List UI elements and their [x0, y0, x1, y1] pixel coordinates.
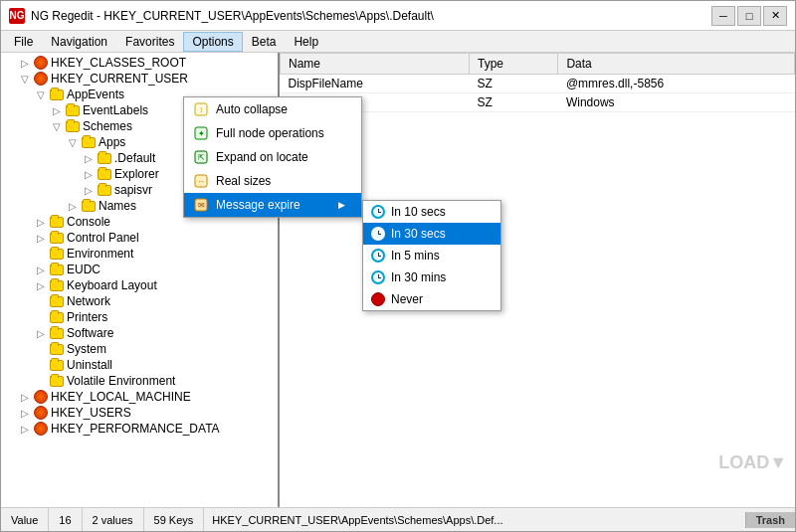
tree-label: Control Panel: [67, 231, 139, 245]
tree-label: EventLabels: [83, 103, 148, 117]
expire-30secs[interactable]: In 30 secs: [363, 223, 500, 245]
folder-icon: [97, 151, 112, 165]
status-keys-count: 59 Keys: [144, 508, 205, 531]
expand-icon[interactable]: ▷: [49, 105, 65, 116]
expand-icon[interactable]: ▽: [33, 89, 49, 100]
close-button[interactable]: ✕: [763, 6, 787, 26]
minimize-button[interactable]: ─: [711, 6, 735, 26]
menu-options[interactable]: Options: [183, 32, 242, 52]
tree-item[interactable]: ▷ HKEY_CLASSES_ROOT: [1, 55, 278, 71]
tree-item[interactable]: ▷ Software: [1, 325, 278, 341]
watermark: LOAD▼: [710, 448, 795, 477]
menu-bar: File Navigation Favorites Options Beta H…: [1, 31, 795, 53]
reg-icon: [33, 406, 49, 420]
cell-type: SZ: [469, 75, 557, 93]
folder-icon: [49, 294, 65, 308]
auto-collapse-icon: ↕: [192, 101, 210, 117]
folder-icon: [49, 374, 65, 388]
cell-type: SZ: [469, 93, 557, 112]
tree-item[interactable]: ▷ Keyboard Layout: [1, 277, 278, 293]
app-icon: NG: [9, 8, 25, 24]
menu-real-sizes[interactable]: ↔ Real sizes: [184, 169, 361, 193]
menu-help[interactable]: Help: [285, 32, 327, 52]
expire-5mins[interactable]: In 5 mins: [363, 245, 500, 266]
menu-file[interactable]: File: [5, 32, 42, 52]
folder-icon: [81, 135, 97, 149]
clock-icon: [371, 249, 385, 263]
maximize-button[interactable]: □: [737, 6, 761, 26]
folder-icon: [49, 342, 65, 356]
menu-full-node[interactable]: ✦ Full node operations: [184, 121, 361, 145]
real-sizes-icon: ↔: [192, 173, 210, 189]
tree-item[interactable]: System: [1, 341, 278, 357]
folder-icon: [65, 119, 81, 133]
tree-item[interactable]: ▷ EUDC: [1, 262, 278, 277]
tree-item[interactable]: ▷ Control Panel: [1, 230, 278, 246]
tree-label: HKEY_CLASSES_ROOT: [51, 56, 186, 70]
expand-icon[interactable]: ▷: [81, 185, 97, 196]
tree-label: sapisvr: [114, 183, 152, 197]
trash-badge[interactable]: Trash: [745, 512, 795, 528]
tree-item[interactable]: ▷ HKEY_PERFORMANCE_DATA: [1, 421, 278, 437]
title-bar: NG NG Regedit - HKEY_CURRENT_USER\AppEve…: [1, 1, 795, 31]
expand-icon[interactable]: ▷: [81, 169, 97, 180]
expand-icon[interactable]: ▷: [33, 280, 49, 291]
expand-icon[interactable]: ▷: [33, 233, 49, 244]
expand-icon[interactable]: ▷: [33, 328, 49, 339]
menu-message-expire[interactable]: ✉ Message expire: [184, 193, 361, 217]
col-name[interactable]: Name: [281, 54, 470, 75]
col-type[interactable]: Type: [469, 54, 557, 75]
menu-favorites[interactable]: Favorites: [116, 32, 183, 52]
cell-name: DispFileName: [281, 75, 470, 93]
menu-navigation[interactable]: Navigation: [42, 32, 116, 52]
tree-label: Keyboard Layout: [67, 278, 157, 292]
tree-item[interactable]: Uninstall: [1, 357, 278, 373]
menu-expand-locate[interactable]: ⇱ Expand on locate: [184, 145, 361, 169]
menu-auto-collapse[interactable]: ↕ Auto collapse: [184, 97, 361, 121]
expand-icon[interactable]: ▷: [81, 153, 97, 164]
expand-icon[interactable]: ▷: [17, 392, 33, 403]
svg-text:↔: ↔: [197, 177, 205, 186]
tree-label: Schemes: [83, 119, 132, 133]
expand-icon[interactable]: ▷: [33, 217, 49, 228]
tree-label: HKEY_CURRENT_USER: [51, 72, 188, 86]
tree-item[interactable]: ▷ HKEY_LOCAL_MACHINE: [1, 389, 278, 405]
menu-beta[interactable]: Beta: [243, 32, 286, 52]
folder-icon: [49, 310, 65, 324]
tree-item[interactable]: Printers: [1, 309, 278, 325]
expand-icon[interactable]: ▽: [65, 137, 81, 148]
expire-10secs[interactable]: In 10 secs: [363, 201, 500, 223]
tree-label: System: [67, 342, 106, 356]
cell-data: @mmres.dll,-5856: [558, 75, 795, 93]
expand-icon[interactable]: ▷: [17, 408, 33, 419]
folder-icon: [49, 88, 65, 101]
folder-icon: [97, 167, 112, 181]
folder-icon: [49, 358, 65, 372]
red-circle-icon: [371, 292, 385, 306]
table-row[interactable]: DispFileName SZ @mmres.dll,-5856: [281, 75, 795, 93]
status-bar: Value 16 2 values 59 Keys HKEY_CURRENT_U…: [1, 507, 795, 531]
tree-item[interactable]: Environment: [1, 246, 278, 262]
expand-icon[interactable]: ▷: [33, 265, 49, 275]
folder-icon: [49, 263, 65, 276]
tree-item[interactable]: Network: [1, 293, 278, 309]
expire-30mins[interactable]: In 30 mins: [363, 266, 500, 288]
tree-item[interactable]: ▷ HKEY_USERS: [1, 405, 278, 421]
tree-item[interactable]: Volatile Environment: [1, 373, 278, 389]
folder-icon: [81, 199, 97, 213]
expand-icon[interactable]: ▷: [17, 424, 33, 435]
folder-icon: [49, 231, 65, 245]
expand-icon[interactable]: ▽: [17, 74, 33, 85]
window-controls: ─ □ ✕: [711, 6, 787, 26]
main-content: ▷ HKEY_CLASSES_ROOT ▽ HKEY_CURRENT_USER …: [1, 53, 795, 507]
tree-item[interactable]: ▽ HKEY_CURRENT_USER: [1, 71, 278, 87]
expand-icon[interactable]: ▷: [65, 201, 81, 212]
tree-label: Printers: [67, 310, 107, 324]
tree-label: EUDC: [67, 263, 100, 276]
expand-icon[interactable]: ▷: [17, 58, 33, 69]
folder-icon: [49, 278, 65, 292]
expire-never[interactable]: Never: [363, 288, 500, 310]
col-data[interactable]: Data: [558, 54, 795, 75]
folder-icon: [49, 247, 65, 261]
expand-icon[interactable]: ▽: [49, 121, 65, 132]
